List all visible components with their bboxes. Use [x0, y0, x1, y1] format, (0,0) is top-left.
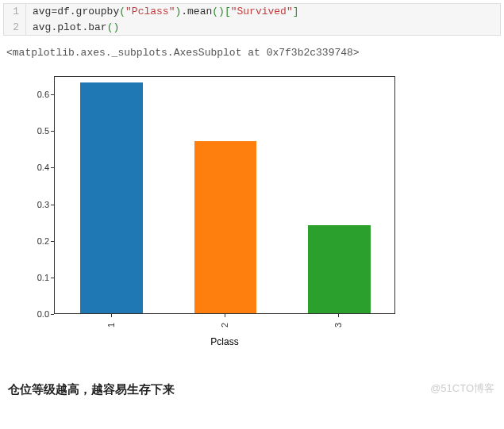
x-axis-label: Pclass	[54, 336, 395, 347]
bar	[80, 82, 143, 313]
y-tick-label: 0.1	[6, 273, 49, 282]
plot-area	[54, 76, 395, 314]
y-tick-label: 0.4	[6, 163, 49, 172]
code-block: 1 avg=df.groupby("Pclass").mean()["Survi…	[3, 3, 501, 36]
caption-text: 仓位等级越高，越容易生存下来	[0, 370, 504, 410]
line-number: 1	[4, 4, 26, 20]
x-tick-label: 2	[220, 323, 229, 327]
bar	[194, 141, 257, 313]
watermark: @51CTO博客	[430, 381, 494, 396]
code-content: avg.plot.bar()	[26, 20, 119, 36]
output-repr: <matplotlib.axes._subplots.AxesSubplot a…	[0, 39, 504, 65]
x-tick-label: 1	[106, 323, 116, 327]
y-tick-label: 0.0	[6, 309, 49, 319]
line-number: 2	[4, 20, 26, 36]
x-tick-label: 3	[333, 323, 343, 327]
code-line: 2 avg.plot.bar()	[4, 20, 500, 36]
bar	[308, 225, 371, 313]
y-tick-label: 0.6	[6, 90, 49, 99]
code-content: avg=df.groupby("Pclass").mean()["Survive…	[26, 4, 299, 20]
y-tick-label: 0.2	[6, 236, 49, 246]
code-line: 1 avg=df.groupby("Pclass").mean()["Survi…	[4, 4, 500, 20]
bar-chart: 0.00.10.20.30.40.50.6 123 Pclass	[6, 68, 411, 354]
y-tick-label: 0.3	[6, 200, 49, 209]
y-tick-label: 0.5	[6, 126, 49, 136]
